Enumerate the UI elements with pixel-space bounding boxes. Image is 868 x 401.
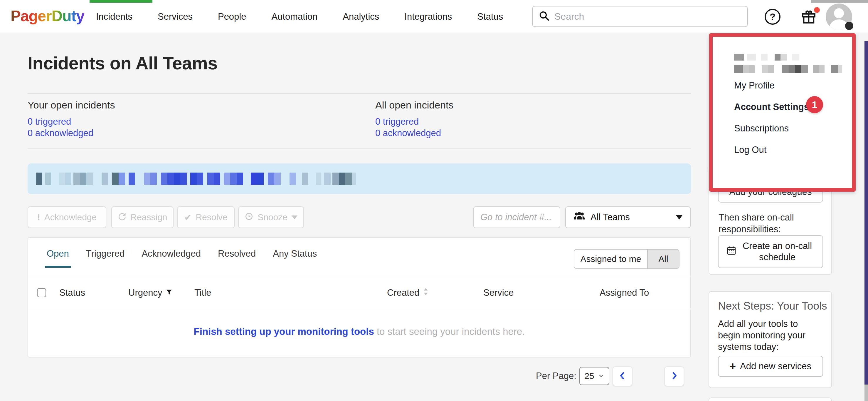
calendar-icon <box>726 245 740 258</box>
empty-state: Finish setting up your monitoring tools … <box>28 326 690 337</box>
nav-item-analytics[interactable]: Analytics <box>343 11 379 22</box>
nav-item-incidents[interactable]: Incidents <box>96 11 132 22</box>
chevron-down-icon <box>598 371 604 381</box>
people-group-icon <box>574 211 585 223</box>
clock-icon <box>245 212 253 223</box>
user-dropdown-menu-annotated: My Profile Account Settings 1 Subscripti… <box>709 33 856 192</box>
chevron-left-icon <box>618 372 627 381</box>
tab-open[interactable]: Open <box>47 249 69 268</box>
assignment-toggle: Assigned to me All <box>574 249 680 269</box>
search-icon <box>538 10 550 23</box>
filter-funnel-icon[interactable] <box>165 288 173 298</box>
assigned-to-me-toggle[interactable]: Assigned to me <box>575 250 648 268</box>
add-new-services-button[interactable]: + Add new services <box>718 356 823 377</box>
reassign-button[interactable]: Reassign <box>111 206 174 228</box>
tab-resolved[interactable]: Resolved <box>218 249 256 268</box>
exclamation-icon: ! <box>37 212 40 222</box>
menu-item-my-profile[interactable]: My Profile <box>734 80 775 91</box>
tab-triggered[interactable]: Triggered <box>86 249 125 268</box>
gift-notification-dot <box>814 7 820 13</box>
incidents-card: Open Triggered Acknowledged Resolved Any… <box>28 237 691 357</box>
status-tabs: Open Triggered Acknowledged Resolved Any… <box>47 249 317 268</box>
nav-items: Incidents Services People Automation Ana… <box>96 0 503 33</box>
per-page-label: Per Page: <box>536 367 577 385</box>
info-banner <box>28 164 691 194</box>
search-input[interactable] <box>554 11 731 22</box>
all-open-incidents-heading: All open incidents <box>375 99 454 111</box>
column-created: Created <box>387 276 429 309</box>
chevron-down-icon <box>291 216 298 219</box>
goto-incident-input[interactable] <box>473 206 560 228</box>
plus-icon: + <box>730 360 736 372</box>
chevron-down-icon <box>676 215 682 220</box>
tab-any-status[interactable]: Any Status <box>273 249 317 268</box>
menu-item-log-out[interactable]: Log Out <box>734 145 766 155</box>
table-header: Status Urgency Title Created Service Ass… <box>28 276 690 309</box>
column-title: Title <box>194 276 211 309</box>
previous-page-button[interactable] <box>613 366 632 386</box>
select-all-checkbox[interactable] <box>37 288 46 297</box>
per-page-select[interactable]: 25 <box>579 367 609 385</box>
menu-item-account-settings[interactable]: Account Settings <box>734 102 809 112</box>
tools-card-body: Add all your tools to begin monitoring y… <box>718 318 821 352</box>
check-icon: ✔ <box>184 212 191 223</box>
column-service: Service <box>483 276 514 309</box>
finish-setup-link[interactable]: Finish setting up your monitoring tools <box>194 326 374 337</box>
your-triggered-link[interactable]: 0 triggered <box>28 116 71 127</box>
partial-card <box>709 398 832 401</box>
help-icon[interactable]: ? <box>765 9 780 25</box>
tab-acknowledged[interactable]: Acknowledged <box>142 249 201 268</box>
avatar-status-dot <box>845 22 853 30</box>
vertical-scrollbar[interactable] <box>865 41 868 384</box>
snooze-button[interactable]: Snooze <box>238 206 304 228</box>
annotation-step-badge: 1 <box>806 96 823 113</box>
share-oncall-text: Then share on-call responsibilities: <box>718 212 820 235</box>
tools-card-title: Next Steps: Your Tools <box>718 300 827 312</box>
browser-scrollbar-fragment <box>811 0 868 3</box>
sort-icon[interactable] <box>423 288 429 298</box>
your-acknowledged-link[interactable]: 0 acknowledged <box>28 128 93 139</box>
next-steps-tools-card: Next Steps: Your Tools Add all your tool… <box>709 291 832 388</box>
nav-item-services[interactable]: Services <box>158 11 193 22</box>
divider <box>28 148 691 149</box>
scrollbar-track-end <box>865 384 868 401</box>
create-oncall-schedule-button[interactable]: Create an on-call schedule <box>718 235 823 268</box>
nav-item-people[interactable]: People <box>218 11 246 22</box>
nav-item-status[interactable]: Status <box>477 11 503 22</box>
all-toggle[interactable]: All <box>648 250 679 268</box>
chevron-right-icon <box>670 372 678 381</box>
column-urgency: Urgency <box>128 276 173 309</box>
divider <box>28 93 691 94</box>
top-nav: PagerDuty Incidents Services People Auto… <box>0 0 868 33</box>
all-triggered-link[interactable]: 0 triggered <box>375 116 419 127</box>
nav-item-integrations[interactable]: Integrations <box>404 11 452 22</box>
resolve-button[interactable]: ✔ Resolve <box>177 206 235 228</box>
reassign-icon <box>118 212 126 223</box>
pagerduty-logo[interactable]: PagerDuty <box>10 7 84 25</box>
your-open-incidents-heading: Your open incidents <box>28 99 115 111</box>
all-acknowledged-link[interactable]: 0 acknowledged <box>375 128 441 139</box>
column-status: Status <box>59 276 85 309</box>
avatar-person-icon <box>834 8 844 18</box>
redacted-user-name <box>734 54 799 61</box>
global-search[interactable] <box>532 6 748 27</box>
menu-item-subscriptions[interactable]: Subscriptions <box>734 123 789 134</box>
nav-item-automation[interactable]: Automation <box>271 11 317 22</box>
acknowledge-button[interactable]: ! Acknowledge <box>28 206 106 228</box>
page-title: Incidents on All Teams <box>28 53 218 74</box>
next-page-button[interactable] <box>664 366 684 386</box>
column-assigned-to: Assigned To <box>599 276 649 309</box>
redacted-banner-text <box>36 173 356 185</box>
redacted-user-email <box>734 65 842 73</box>
teams-filter-dropdown[interactable]: All Teams <box>565 206 691 228</box>
